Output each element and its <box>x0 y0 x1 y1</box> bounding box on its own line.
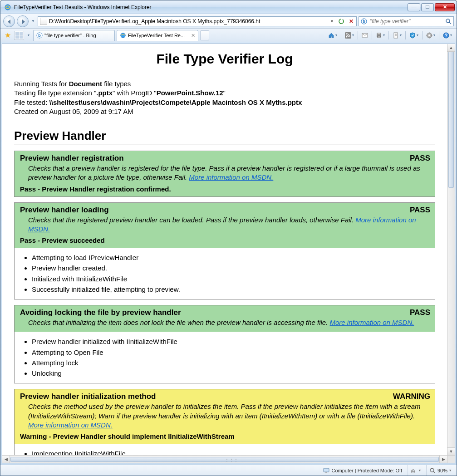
new-tab-button[interactable] <box>200 30 209 40</box>
test-box: Preview handler registrationPASSChecks t… <box>14 151 435 197</box>
nav-history-dropdown[interactable]: ▼ <box>30 15 36 27</box>
svg-line-4 <box>449 22 451 24</box>
test-detail-item: Successfully initialized file, attemptin… <box>32 284 430 294</box>
test-name: Preview handler initialization method <box>20 392 388 401</box>
address-path: D:\Work\Desktop\FileTypeVerifierLog_Appl… <box>49 18 327 25</box>
stop-button[interactable]: ✕ <box>347 17 355 25</box>
meta-text: " <box>223 89 226 97</box>
test-detail-item: Implementing IInitializeWithFile <box>32 448 430 455</box>
ie-icon <box>4 4 11 11</box>
test-description: Checks that initializing the item does n… <box>20 317 430 328</box>
status-zone: Computer | Protected Mode: Off <box>320 465 405 476</box>
safety-menu-button[interactable]: ▾ <box>408 30 420 40</box>
test-detail-item: Attempting lock <box>32 358 430 368</box>
meta-text: file types <box>102 80 131 88</box>
test-result: Pass - Preview succeeded <box>20 236 430 244</box>
test-description: Checks that a preview handler is registe… <box>20 163 430 183</box>
meta-bold: \\shelltest\users\dwashin\Projects\Compe… <box>49 98 302 106</box>
test-details: Implementing IInitializeWithFile <box>15 444 435 455</box>
feeds-button[interactable]: ▾ <box>343 30 356 40</box>
test-box: Preview handler loadingPASSChecks that t… <box>14 202 435 300</box>
refresh-button[interactable] <box>337 17 345 25</box>
scroll-up-icon[interactable]: ▲ <box>447 44 455 52</box>
favorites-button[interactable]: ★ <box>3 31 12 40</box>
test-header: Preview handler loadingPASSChecks that t… <box>15 203 435 248</box>
search-input[interactable] <box>369 18 443 25</box>
svg-rect-13 <box>378 36 380 38</box>
tools-menu-button[interactable]: ▾ <box>424 30 437 40</box>
msdn-link[interactable]: More information on MSDN. <box>28 216 416 233</box>
status-zoom-text: 90% <box>437 468 447 473</box>
help-menu-button[interactable]: ?▾ <box>441 30 454 40</box>
zoom-icon <box>429 467 436 474</box>
status-zone-text: Computer | Protected Mode: Off <box>331 468 402 473</box>
svg-rect-27 <box>325 472 327 473</box>
meta-text: Created on August 05, 2009 at 9:17 AM <box>14 107 435 116</box>
status-privacy[interactable]: ▾ <box>408 465 423 476</box>
search-box[interactable]: b <box>359 16 454 26</box>
print-button[interactable]: ▾ <box>374 30 387 40</box>
tab-label: FileTypeVerifier Test Re... <box>128 33 185 38</box>
test-details: Attempting to load IPreviewHandlerPrevie… <box>15 248 435 299</box>
page-body: File Type Verifier Log Running Tests for… <box>2 44 447 455</box>
svg-text:?: ? <box>445 33 447 38</box>
test-description: Checks the method used by the preview ha… <box>20 401 430 431</box>
status-zoom[interactable]: 90% ▾ <box>426 465 454 476</box>
scroll-corner <box>447 455 455 463</box>
meta-text: Testing file type extension " <box>14 89 96 97</box>
close-button[interactable]: ✕ <box>435 3 455 11</box>
scroll-thumb[interactable] <box>448 52 454 188</box>
scroll-left-icon[interactable]: ◀ <box>2 456 10 463</box>
test-name: Preview handler loading <box>20 206 404 215</box>
back-button[interactable] <box>3 15 15 27</box>
tab-filetypeverifier[interactable]: FileTypeVerifier Test Re... ✕ <box>117 30 198 41</box>
meta-text: File tested: <box>14 98 49 106</box>
quick-tabs-dropdown[interactable]: ▾ <box>26 29 31 41</box>
vertical-scrollbar[interactable]: ▲ ▼ <box>447 44 455 455</box>
svg-rect-8 <box>345 32 351 39</box>
test-header: Preview handler initialization methodWAR… <box>15 389 435 444</box>
maximize-button[interactable]: ☐ <box>421 3 434 11</box>
page-menu-button[interactable]: ▾ <box>391 30 403 40</box>
tab-bing-search[interactable]: b "file type verifier" - Bing <box>33 30 115 41</box>
test-detail-item: Preview handler created. <box>32 263 430 273</box>
svg-point-30 <box>430 468 434 472</box>
quick-tabs-button[interactable] <box>14 31 24 40</box>
test-result: Warning - Preview Handler should impleme… <box>20 432 430 440</box>
svg-rect-29 <box>412 471 413 472</box>
search-go-icon[interactable] <box>445 18 452 25</box>
test-detail-item: Attempting to load IPreviewHandler <box>32 252 430 263</box>
scroll-grip-icon: ⋮⋮⋮ <box>225 457 238 462</box>
ie-window: FileTypeVerifier Test Results - Windows … <box>0 0 457 476</box>
test-detail-item: Unlocking <box>32 368 430 378</box>
svg-rect-26 <box>324 468 329 472</box>
test-header: Preview handler registrationPASSChecks t… <box>15 151 435 196</box>
svg-point-7 <box>121 33 126 38</box>
test-status: PASS <box>410 206 430 215</box>
msdn-link[interactable]: More information on MSDN. <box>330 319 414 326</box>
meta-text: " with ProgID " <box>113 89 157 97</box>
section-heading: Preview Handler <box>14 129 435 144</box>
address-bar[interactable]: D:\Work\Desktop\FileTypeVerifierLog_Appl… <box>38 16 357 26</box>
address-dropdown[interactable]: ▼ <box>329 19 335 24</box>
forward-button[interactable] <box>17 15 29 27</box>
scroll-right-icon[interactable]: ▶ <box>439 456 447 463</box>
svg-point-3 <box>446 19 450 23</box>
minimize-button[interactable]: — <box>408 3 420 11</box>
svg-line-31 <box>433 471 435 473</box>
scroll-down-icon[interactable]: ▼ <box>447 447 455 455</box>
test-name: Avoiding locking the file by preview han… <box>20 308 404 317</box>
test-detail-item: Preview handler initialized with IInitia… <box>32 336 430 347</box>
home-button[interactable]: ▾ <box>326 30 339 40</box>
test-description: Checks that the registered preview handl… <box>20 215 430 235</box>
svg-rect-11 <box>377 33 381 34</box>
tab-close-icon[interactable]: ✕ <box>191 33 195 39</box>
bing-icon: b <box>36 32 43 39</box>
read-mail-button[interactable] <box>360 30 370 40</box>
horizontal-scrollbar[interactable]: ◀ ⋮⋮⋮ ▶ <box>2 455 447 463</box>
meta-bold: Document <box>69 80 102 88</box>
test-box: Avoiding locking the file by preview han… <box>14 305 435 383</box>
meta-block: Running Tests for Document file types Te… <box>14 79 435 116</box>
msdn-link[interactable]: More information on MSDN. <box>189 173 273 181</box>
msdn-link[interactable]: More information on MSDN. <box>28 421 113 429</box>
